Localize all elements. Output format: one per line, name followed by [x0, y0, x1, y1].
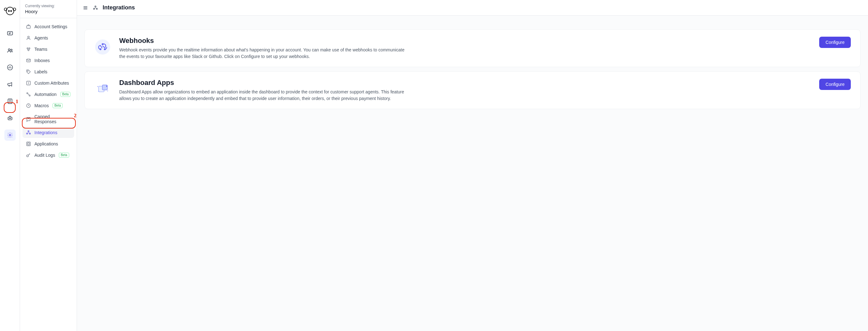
svg-point-37 [102, 43, 103, 45]
inbox-icon [26, 58, 31, 63]
card-title: Dashboard Apps [119, 79, 811, 87]
person-icon [26, 35, 31, 41]
rail-conversations[interactable] [4, 28, 16, 39]
nav-label: Account Settings [34, 24, 67, 29]
nav-label: Inboxes [34, 58, 50, 63]
automation-icon [26, 91, 31, 97]
svg-point-20 [28, 71, 28, 72]
account-name: Hoory [25, 9, 72, 14]
nav-labels[interactable]: Labels [23, 66, 74, 77]
svg-rect-5 [7, 32, 12, 35]
svg-rect-29 [28, 143, 29, 145]
nav-automation[interactable]: Automation Beta [23, 89, 74, 100]
content: Webhooks Webhook events provide you the … [77, 16, 868, 117]
nav-label: Applications [34, 141, 58, 146]
integrations-icon [26, 130, 31, 135]
svg-rect-10 [8, 117, 12, 120]
beta-badge: Beta [53, 103, 63, 108]
icon-rail [0, 0, 20, 331]
svg-point-23 [29, 95, 30, 96]
svg-point-7 [11, 49, 12, 51]
main: Integrations Webhooks [77, 0, 868, 331]
svg-point-11 [9, 118, 10, 119]
svg-point-41 [98, 91, 99, 92]
topbar: Integrations [77, 0, 868, 16]
svg-point-32 [94, 8, 95, 9]
svg-point-33 [96, 8, 98, 9]
nav-label: Macros [34, 103, 49, 108]
nav-label: Automation [34, 92, 57, 97]
canned-icon [26, 116, 31, 122]
nav-teams[interactable]: Teams [23, 44, 74, 55]
svg-rect-14 [27, 26, 30, 28]
card-title: Webhooks [119, 37, 811, 45]
nav-audit-logs[interactable]: Audit Logs Beta [23, 150, 74, 161]
beta-badge: Beta [60, 92, 71, 97]
svg-point-6 [8, 49, 10, 51]
currently-viewing-label: Currently viewing: [25, 4, 72, 8]
nav-canned-responses[interactable]: Canned Responses [23, 112, 74, 127]
tag-icon [26, 69, 31, 75]
logo [3, 4, 17, 18]
svg-point-16 [27, 48, 28, 49]
settings-nav: Account Settings Agents Teams Inboxes La… [20, 18, 77, 164]
svg-point-15 [28, 36, 29, 37]
svg-point-0 [6, 7, 14, 15]
rail-campaigns[interactable] [4, 79, 16, 90]
integration-card-dashboard-apps: Dashboard Apps Dashboard Apps allow orga… [85, 72, 861, 109]
attributes-icon [26, 80, 31, 86]
nav-custom-attributes[interactable]: Custom Attributes [23, 78, 74, 88]
svg-point-13 [9, 134, 11, 136]
page-title: Integrations [103, 4, 135, 11]
nav-applications[interactable]: Applications [23, 139, 74, 149]
svg-point-22 [27, 92, 28, 94]
integration-card-webhooks: Webhooks Webhook events provide you the … [85, 29, 861, 67]
rail-settings[interactable] [4, 130, 16, 141]
nav-label: Teams [34, 47, 47, 52]
nav-label: Integrations [34, 130, 57, 135]
rail-bot[interactable] [4, 113, 16, 124]
svg-point-40 [106, 86, 107, 87]
sidebar: Currently viewing: Hoory Account Setting… [20, 0, 77, 331]
nav-label: Canned Responses [34, 114, 71, 124]
nav-macros[interactable]: Macros Beta [23, 100, 74, 111]
configure-button[interactable]: Configure [819, 79, 851, 90]
svg-point-35 [99, 48, 101, 50]
nav-label: Agents [34, 35, 48, 40]
svg-point-30 [27, 155, 29, 157]
svg-point-27 [29, 133, 31, 134]
nav-integrations[interactable]: Integrations [23, 127, 74, 138]
nav-account-settings[interactable]: Account Settings [23, 21, 74, 32]
account-switcher[interactable]: Currently viewing: Hoory [20, 0, 77, 18]
puzzle-icon [94, 81, 111, 98]
svg-point-36 [104, 48, 106, 50]
svg-point-12 [10, 118, 11, 119]
svg-point-4 [10, 10, 11, 11]
svg-rect-28 [27, 142, 30, 146]
teams-icon [26, 46, 31, 52]
integrations-icon [93, 5, 98, 11]
key-icon [26, 152, 31, 158]
nav-label: Labels [34, 69, 47, 74]
nav-agents[interactable]: Agents [23, 33, 74, 43]
nav-label: Audit Logs [34, 153, 55, 158]
svg-point-34 [95, 39, 110, 55]
menu-toggle-icon[interactable] [83, 5, 88, 11]
card-description: Webhook events provide you the realtime … [119, 47, 407, 60]
rail-help-center[interactable] [4, 95, 16, 107]
rail-reports[interactable] [4, 62, 16, 73]
beta-badge: Beta [59, 153, 69, 158]
apps-icon [26, 141, 31, 147]
macros-icon [26, 103, 31, 108]
nav-label: Custom Attributes [34, 81, 69, 86]
svg-point-31 [95, 6, 96, 7]
card-description: Dashboard Apps allow organizations to em… [119, 89, 407, 102]
configure-button[interactable]: Configure [819, 37, 851, 48]
rail-contacts[interactable] [4, 45, 16, 56]
svg-point-17 [29, 48, 30, 49]
briefcase-icon [26, 24, 31, 29]
svg-point-3 [8, 10, 9, 11]
nav-inboxes[interactable]: Inboxes [23, 55, 74, 66]
webhook-icon [94, 38, 111, 55]
svg-point-26 [27, 133, 28, 134]
